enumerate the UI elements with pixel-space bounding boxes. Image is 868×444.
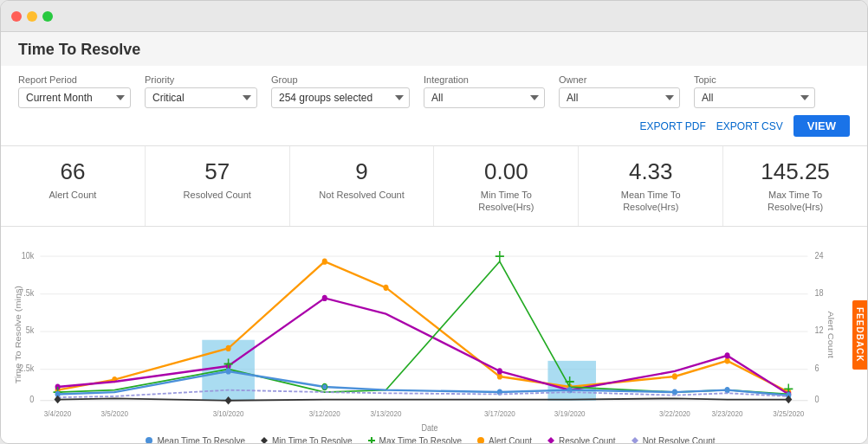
svg-point-50	[725, 387, 730, 393]
metric-label-max-time: Max Time ToResolve(Hrs)	[732, 189, 858, 214]
filter-group: Group 254 groups selected All Groups	[271, 74, 410, 108]
svg-point-32	[383, 284, 388, 290]
controls-bar: Report Period Current Month Last Month L…	[1, 66, 867, 146]
svg-point-40	[322, 294, 327, 300]
actions-row: EXPORT PDF EXPORT CSV VIEW	[18, 115, 850, 137]
svg-text:3/17/2020: 3/17/2020	[484, 409, 515, 418]
metric-value-alert-count: 66	[10, 158, 136, 185]
metric-label-not-resolved-count: Not Resolved Count	[299, 189, 425, 201]
legend-max-time: Max Time To Resolve	[366, 435, 462, 443]
svg-text:0: 0	[29, 394, 34, 404]
svg-text:Date: Date	[421, 422, 438, 433]
legend-resolve-count: Resolve Count	[546, 435, 616, 443]
svg-text:12: 12	[815, 325, 824, 335]
main-window: Time To Resolve Report Period Current Mo…	[0, 0, 868, 444]
svg-point-45	[226, 368, 231, 374]
metric-not-resolved-count: 9 Not Resolved Count	[290, 146, 435, 226]
filter-priority: Priority Critical High Medium Low All	[145, 74, 257, 108]
svg-marker-59	[632, 437, 638, 443]
filter-report-period-label: Report Period	[18, 74, 131, 85]
filter-owner-label: Owner	[559, 74, 680, 85]
filter-topic-label: Topic	[694, 74, 815, 85]
metric-value-not-resolved-count: 9	[299, 158, 425, 185]
group-select[interactable]: 254 groups selected All Groups	[271, 87, 410, 108]
svg-text:3/13/2020: 3/13/2020	[371, 409, 402, 418]
topic-select[interactable]: All	[694, 87, 815, 108]
svg-point-55	[146, 437, 152, 443]
metric-max-time: 145.25 Max Time ToResolve(Hrs)	[723, 146, 867, 226]
svg-point-41	[497, 368, 502, 374]
svg-point-31	[322, 258, 327, 264]
svg-point-49	[672, 389, 677, 395]
svg-text:3/12/2020: 3/12/2020	[309, 409, 340, 418]
export-csv-button[interactable]: EXPORT CSV	[716, 120, 783, 132]
metric-mean-time: 4.33 Mean Time ToResolve(Hrs)	[579, 146, 723, 226]
metric-label-min-time: Min Time ToResolve(Hrs)	[443, 189, 569, 214]
report-period-select[interactable]: Current Month Last Month Last 3 Months	[18, 87, 131, 108]
svg-text:Alert Count: Alert Count	[826, 311, 835, 357]
legend-not-resolve-count: Not Resolve Count	[630, 435, 716, 443]
svg-marker-52	[55, 395, 62, 403]
svg-point-30	[226, 344, 231, 351]
metric-label-alert-count: Alert Count	[10, 189, 136, 201]
page-title: Time To Resolve	[1, 32, 867, 66]
filter-priority-label: Priority	[145, 74, 257, 85]
time-to-resolve-chart: 10k 7.5k 5k 2.5k 0 Time To Resolve (mins…	[10, 235, 850, 439]
svg-text:6: 6	[815, 363, 819, 373]
legend-alert-count: Alert Count	[476, 435, 532, 443]
feedback-tab[interactable]: FEEDBACK	[852, 300, 867, 370]
bar-3-19	[547, 360, 596, 400]
svg-text:24: 24	[815, 249, 824, 260]
metric-value-resolved-count: 57	[154, 158, 281, 185]
filter-topic: Topic All	[694, 74, 815, 108]
metric-resolved-count: 57 Resolved Count	[146, 146, 290, 226]
metric-value-min-time: 0.00	[443, 158, 569, 185]
svg-text:3/22/2020: 3/22/2020	[659, 409, 690, 418]
legend-min-time: Min Time To Resolve	[259, 435, 353, 443]
filter-group-label: Group	[271, 74, 410, 85]
filter-owner: Owner All	[559, 74, 680, 108]
svg-marker-58	[547, 437, 554, 443]
svg-point-57	[477, 437, 484, 443]
svg-text:3/25/2020: 3/25/2020	[773, 409, 804, 418]
svg-marker-56	[261, 437, 268, 443]
minimize-button[interactable]	[27, 11, 37, 22]
svg-text:0: 0	[815, 394, 819, 404]
filters-row: Report Period Current Month Last Month L…	[18, 74, 850, 108]
metric-value-mean-time: 4.33	[587, 158, 714, 185]
svg-point-42	[725, 352, 730, 358]
svg-point-46	[322, 383, 327, 389]
chart-area: FEEDBACK 10k 7.5k 5k 2.5k 0 Time To Reso…	[1, 227, 867, 443]
svg-text:3/10/2020: 3/10/2020	[213, 409, 244, 418]
metrics-row: 66 Alert Count 57 Resolved Count 9 Not R…	[1, 146, 867, 227]
svg-text:10k: 10k	[22, 249, 36, 260]
metric-label-mean-time: Mean Time ToResolve(Hrs)	[587, 189, 714, 214]
svg-text:3/4/2020: 3/4/2020	[44, 409, 71, 418]
metric-value-max-time: 145.25	[732, 158, 858, 185]
metric-min-time: 0.00 Min Time ToResolve(Hrs)	[434, 146, 579, 226]
svg-text:3/23/2020: 3/23/2020	[712, 409, 743, 418]
owner-select[interactable]: All	[559, 87, 680, 108]
filter-integration-label: Integration	[424, 74, 545, 85]
svg-point-35	[672, 373, 677, 379]
filter-integration: Integration All	[424, 74, 545, 108]
alert-count-line	[58, 261, 789, 392]
svg-text:Time To Resolve (mins): Time To Resolve (mins)	[14, 286, 23, 383]
integration-select[interactable]: All	[424, 87, 545, 108]
traffic-lights	[11, 11, 53, 22]
view-button[interactable]: VIEW	[794, 115, 850, 137]
svg-text:5k: 5k	[26, 325, 35, 335]
metric-label-resolved-count: Resolved Count	[154, 189, 281, 201]
title-bar	[1, 1, 867, 32]
svg-text:3/19/2020: 3/19/2020	[554, 409, 586, 418]
legend-mean-time: Mean Time To Resolve	[144, 435, 245, 443]
svg-marker-54	[785, 395, 792, 403]
svg-text:3/5/2020: 3/5/2020	[101, 409, 128, 418]
maximize-button[interactable]	[42, 11, 53, 22]
export-pdf-button[interactable]: EXPORT PDF	[640, 120, 706, 132]
svg-text:18: 18	[815, 287, 824, 298]
close-button[interactable]	[11, 11, 22, 22]
priority-select[interactable]: Critical High Medium Low All	[145, 87, 257, 108]
filter-report-period: Report Period Current Month Last Month L…	[18, 74, 131, 108]
metric-alert-count: 66 Alert Count	[1, 146, 146, 226]
